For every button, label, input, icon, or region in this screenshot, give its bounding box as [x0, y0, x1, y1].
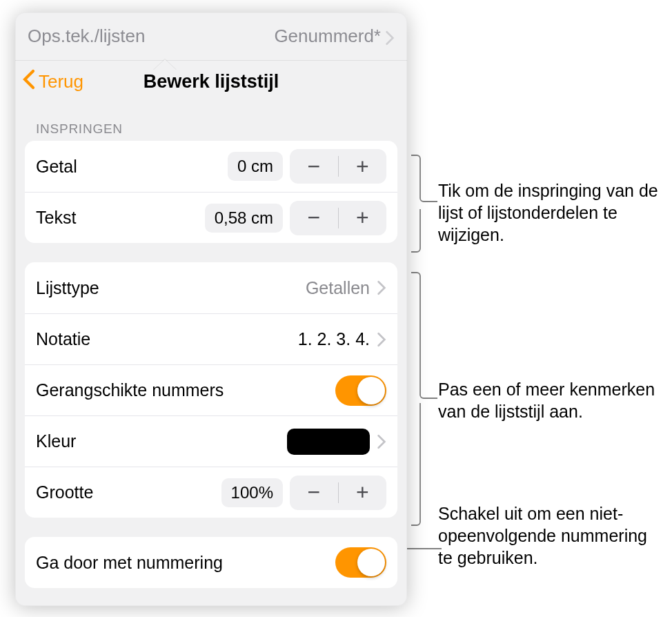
indent-text-decrement[interactable]: −: [290, 201, 338, 235]
group-indent: Getal 0 cm − + Tekst 0,58 cm − +: [25, 141, 397, 243]
size-decrement[interactable]: −: [290, 476, 338, 510]
indent-number-increment[interactable]: +: [339, 149, 387, 184]
chevron-right-icon: [377, 280, 386, 295]
top-crumb-value-button[interactable]: Genummerd*: [274, 26, 395, 47]
top-crumb-label: Ops.tek./lijsten: [28, 26, 274, 47]
notation-label: Notatie: [36, 329, 291, 349]
continue-label: Ga door met nummering: [36, 553, 328, 573]
indent-text-increment[interactable]: +: [339, 201, 387, 235]
nav-title: Bewerk lijststijl: [144, 71, 279, 92]
color-swatch: [287, 429, 370, 455]
continue-switch[interactable]: [335, 547, 386, 578]
back-button[interactable]: Terug: [22, 61, 83, 102]
ordered-label: Gerangschikte nummers: [36, 380, 328, 400]
callout-continue: Schakel uit om een niet-opeenvolgende nu…: [438, 502, 666, 569]
chevron-right-icon: [377, 434, 386, 449]
callout-indent: Tik om de inspringing van de lijst of li…: [438, 179, 666, 246]
chevron-right-icon: [377, 332, 386, 347]
top-crumb-row: Ops.tek./lijsten Genummerd*: [15, 12, 407, 61]
indent-number-stepper: − +: [290, 149, 386, 184]
indent-number-value[interactable]: 0 cm: [228, 152, 283, 181]
row-size: Grootte 100% − +: [25, 467, 397, 518]
row-color[interactable]: Kleur: [25, 415, 397, 467]
top-crumb-value: Genummerd*: [274, 26, 381, 47]
row-indent-text: Tekst 0,58 cm − +: [25, 192, 397, 243]
size-label: Grootte: [36, 482, 215, 502]
indent-text-stepper: − +: [290, 201, 386, 235]
indent-text-value[interactable]: 0,58 cm: [205, 204, 283, 233]
row-listtype[interactable]: Lijsttype Getallen: [25, 262, 397, 313]
chevron-left-icon: [22, 69, 36, 95]
ordered-switch[interactable]: [335, 375, 386, 406]
callout-style: Pas een of meer kenmerken van de lijstst…: [438, 378, 666, 422]
nav-header: Terug Bewerk lijststijl: [15, 61, 407, 102]
indent-number-label: Getal: [36, 157, 221, 177]
color-label: Kleur: [36, 431, 280, 451]
group-continue: Ga door met nummering: [25, 537, 397, 588]
size-increment[interactable]: +: [339, 476, 387, 510]
row-indent-number: Getal 0 cm − +: [25, 141, 397, 192]
group-style: Lijsttype Getallen Notatie 1. 2. 3. 4. G…: [25, 262, 397, 518]
row-ordered: Gerangschikte nummers: [25, 364, 397, 415]
row-continue: Ga door met nummering: [25, 537, 397, 588]
size-stepper: − +: [290, 476, 386, 510]
indent-number-decrement[interactable]: −: [290, 149, 338, 184]
size-value[interactable]: 100%: [221, 478, 283, 507]
chevron-right-icon: [385, 29, 395, 44]
listtype-value: Getallen: [306, 278, 370, 298]
notation-value: 1. 2. 3. 4.: [298, 329, 370, 349]
row-notation[interactable]: Notatie 1. 2. 3. 4.: [25, 313, 397, 364]
section-header-indent: INSPRINGEN: [36, 121, 397, 137]
listtype-label: Lijsttype: [36, 278, 299, 298]
popover-panel: Ops.tek./lijsten Genummerd* Terug Bewerk…: [15, 12, 407, 606]
back-label: Terug: [39, 71, 83, 92]
indent-text-label: Tekst: [36, 208, 198, 228]
